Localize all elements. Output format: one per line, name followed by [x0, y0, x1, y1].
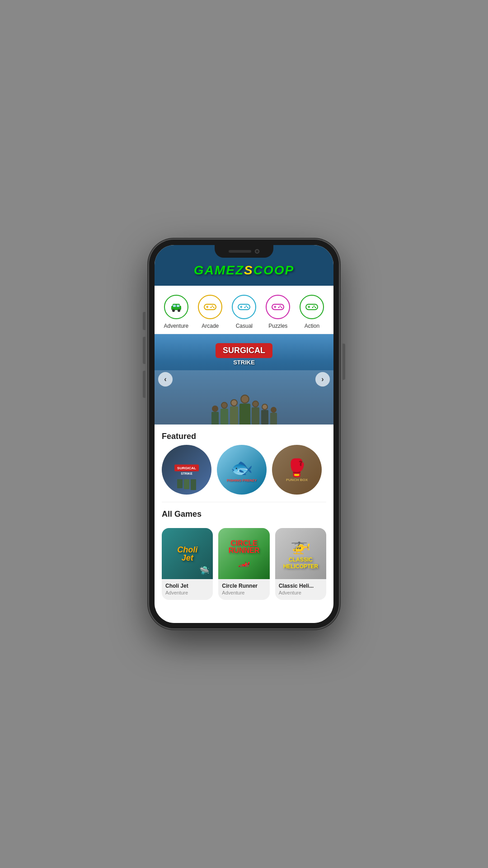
category-action[interactable]: Action [300, 295, 324, 329]
casual-label: Casual [236, 323, 253, 329]
svg-point-21 [278, 307, 280, 308]
classic-helicopter-thumbnail: 🚁 CLASSICHELICOPTER [275, 528, 326, 579]
banner-section: SURGICAL STRIKE [155, 334, 333, 425]
arcade-icon-circle [198, 295, 222, 319]
banner-prev-button[interactable]: ‹ [158, 372, 173, 387]
banner-next-button[interactable]: › [315, 372, 330, 387]
action-gamepad-icon [305, 302, 318, 312]
banner-game-title: SURGICAL [223, 346, 265, 355]
featured-item-fishing-frenzy[interactable]: 🐟 FISHING FRENZY [217, 445, 267, 495]
notch [215, 245, 273, 258]
banner-title: SURGICAL [216, 343, 272, 358]
banner-logo: SURGICAL STRIKE [216, 343, 272, 366]
banner-subtitle: STRIKE [216, 359, 272, 366]
puzzles-label: Puzzles [268, 323, 287, 329]
svg-point-9 [211, 307, 212, 308]
featured-item-surgical-strike[interactable]: SURGICAL STRIKE [162, 445, 211, 495]
circle-runner-thumb-text: CIRCLERUNNER [229, 540, 259, 554]
svg-rect-17 [240, 307, 243, 307]
right-arrow-icon: › [321, 375, 324, 383]
adventure-label: Adventure [164, 323, 189, 329]
svg-point-27 [312, 307, 314, 308]
car-icon [170, 302, 182, 312]
adventure-icon-circle [164, 295, 188, 319]
game-card-circle-runner[interactable]: CIRCLERUNNER 🏎️ Circle Runner Adventure [218, 528, 269, 600]
banner-image: SURGICAL STRIKE [155, 334, 333, 425]
game-card-choli-jet[interactable]: CholiJet 🛸 Choli Jet Adventure [162, 528, 213, 600]
choli-jet-info: Choli Jet Adventure [162, 579, 213, 600]
games-grid: CholiJet 🛸 Choli Jet Adventure CIRCLERUN [155, 523, 333, 609]
category-arcade[interactable]: Arcade [198, 295, 222, 329]
casual-icon-circle [232, 295, 256, 319]
volume-up-button [143, 312, 145, 330]
svg-point-7 [212, 306, 213, 307]
gamepad-icon [204, 302, 216, 312]
featured-row: SURGICAL STRIKE 🐟 FISHING [155, 445, 333, 502]
category-puzzles[interactable]: Puzzles [266, 295, 290, 329]
circle-runner-thumbnail: CIRCLERUNNER 🏎️ [218, 528, 269, 579]
circle-runner-genre: Adventure [222, 590, 266, 595]
circle-runner-info: Circle Runner Adventure [218, 579, 269, 600]
app-logo: GAMEZSCOOP [194, 263, 294, 278]
left-arrow-icon: ‹ [164, 375, 166, 383]
phone-screen: GAMEZSCOOP [155, 245, 333, 623]
silent-button [143, 371, 145, 398]
categories-bar: Adventure Arcade [155, 286, 333, 334]
power-button [343, 344, 345, 380]
svg-rect-4 [173, 305, 176, 307]
action-icon-circle [300, 295, 324, 319]
svg-point-2 [172, 309, 175, 312]
casual-gamepad-icon [238, 302, 250, 312]
puzzles-icon-circle [266, 295, 290, 319]
svg-rect-23 [274, 307, 277, 307]
category-adventure[interactable]: Adventure [164, 295, 189, 329]
svg-point-8 [213, 307, 215, 308]
svg-rect-11 [206, 307, 209, 307]
helicopter-thumb-text: CLASSICHELICOPTER [282, 555, 320, 571]
svg-point-26 [315, 307, 316, 308]
phone-frame: GAMEZSCOOP [149, 240, 339, 628]
featured-section-title: Featured [155, 425, 333, 445]
svg-point-20 [281, 307, 282, 308]
all-games-section: All Games CholiJet 🛸 Choli Jet Adventure [155, 502, 333, 609]
helicopter-icon: 🚁 [291, 536, 311, 555]
choli-jet-thumb-text: CholiJet [177, 546, 197, 562]
game-card-classic-helicopter[interactable]: 🚁 CLASSICHELICOPTER Classic Heli... Adve… [275, 528, 326, 600]
category-casual[interactable]: Casual [232, 295, 256, 329]
svg-point-13 [246, 306, 247, 307]
svg-point-15 [244, 307, 246, 308]
speaker [229, 250, 251, 253]
choli-jet-name: Choli Jet [165, 583, 209, 589]
classic-helicopter-name: Classic Heli... [279, 583, 323, 589]
action-label: Action [305, 323, 319, 329]
svg-point-19 [280, 306, 281, 307]
classic-helicopter-info: Classic Heli... Adventure [275, 579, 326, 600]
classic-helicopter-genre: Adventure [279, 590, 323, 595]
volume-down-button [143, 337, 145, 364]
main-content: Adventure Arcade [155, 286, 333, 623]
arcade-label: Arcade [202, 323, 219, 329]
svg-point-25 [314, 306, 315, 307]
featured-section: Featured SURGICAL STRIKE [155, 425, 333, 502]
svg-rect-29 [308, 307, 310, 307]
all-games-title: All Games [155, 502, 333, 523]
puzzle-gamepad-icon [272, 302, 284, 312]
svg-point-3 [178, 309, 180, 312]
choli-jet-thumbnail: CholiJet 🛸 [162, 528, 213, 579]
featured-item-punch-box[interactable]: 🥊 PUNCH BOX [272, 445, 322, 495]
choli-jet-genre: Adventure [165, 590, 209, 595]
svg-rect-5 [177, 305, 179, 307]
svg-point-14 [247, 307, 249, 308]
camera [255, 249, 259, 254]
circle-runner-name: Circle Runner [222, 583, 266, 589]
